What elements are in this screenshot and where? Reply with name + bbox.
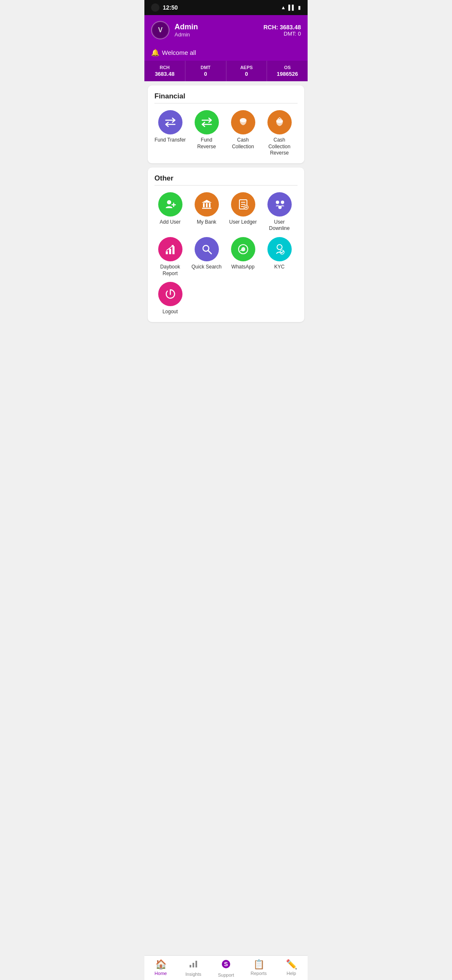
battery-icon: ▮: [298, 5, 301, 10]
my-bank-label: My Bank: [197, 219, 216, 226]
daybook-report-button[interactable]: Daybook Report: [154, 237, 186, 277]
svg-point-18: [281, 201, 284, 204]
status-time: 12:50: [163, 4, 178, 11]
daybook-report-label: Daybook Report: [154, 264, 186, 277]
svg-rect-6: [203, 203, 205, 207]
logout-icon: [158, 282, 182, 306]
financial-section: Financial Fund Transfer Fund Reverse: [148, 85, 304, 163]
user-ledger-button[interactable]: User Ledger: [227, 192, 259, 232]
quick-search-label: Quick Search: [191, 264, 221, 271]
cash-collection-button[interactable]: Cash Collection: [227, 110, 259, 157]
fund-transfer-button[interactable]: Fund Transfer: [154, 110, 186, 157]
signal-icon: ▌▌: [288, 5, 295, 10]
main-content: Financial Fund Transfer Fund Reverse: [144, 85, 308, 360]
other-title: Other: [154, 174, 298, 183]
header: V Admin Admin RCH: 3683.48 DMT: 0: [144, 15, 308, 45]
cash-collection-label: Cash Collection: [227, 137, 259, 150]
svg-rect-8: [209, 203, 211, 207]
whatsapp-button[interactable]: WhatsApp: [227, 237, 259, 277]
kyc-button[interactable]: KYC: [264, 237, 295, 277]
whatsapp-label: WhatsApp: [231, 264, 254, 271]
stats-bar: RCH 3683.48 DMT 0 AEPS 0 OS 1986526: [144, 61, 308, 81]
stat-os: OS 1986526: [267, 61, 308, 81]
daybook-report-icon: [158, 237, 182, 261]
whatsapp-icon: [231, 237, 255, 261]
kyc-label: KYC: [274, 264, 285, 271]
svg-point-2: [167, 200, 171, 204]
quick-search-icon: [195, 237, 219, 261]
header-balance: RCH: 3683.48 DMT: 0: [264, 24, 301, 37]
logout-button[interactable]: Logout: [154, 282, 186, 315]
user-ledger-label: User Ledger: [229, 219, 257, 226]
other-grid: Add User My Bank: [154, 192, 298, 315]
status-icons: ▲ ▌▌ ▮: [281, 5, 301, 10]
fund-transfer-label: Fund Transfer: [154, 137, 186, 144]
financial-title: Financial: [154, 92, 298, 101]
fund-transfer-icon: [158, 110, 182, 134]
add-user-icon: [158, 192, 182, 217]
fund-reverse-button[interactable]: Fund Reverse: [191, 110, 222, 157]
add-user-button[interactable]: Add User: [154, 192, 186, 232]
dmt-balance: DMT: 0: [264, 31, 301, 37]
financial-grid: Fund Transfer Fund Reverse: [154, 110, 298, 157]
kyc-icon: [267, 237, 292, 261]
stat-dmt: DMT 0: [185, 61, 226, 81]
bell-icon: 🔔: [151, 49, 159, 57]
rch-balance: RCH: 3683.48: [264, 24, 301, 31]
svg-marker-5: [202, 200, 212, 203]
user-downline-label: User Downline: [264, 219, 295, 232]
user-name: Admin: [175, 23, 198, 31]
cash-collection-icon: [231, 110, 255, 134]
fund-reverse-label: Fund Reverse: [191, 137, 222, 150]
logout-label: Logout: [162, 309, 178, 315]
user-downline-button[interactable]: User Downline: [264, 192, 295, 232]
svg-rect-21: [169, 249, 171, 254]
user-ledger-icon: [231, 192, 255, 217]
svg-rect-9: [202, 208, 211, 209]
stat-aeps: AEPS 0: [226, 61, 267, 81]
svg-rect-20: [166, 251, 168, 254]
quick-search-button[interactable]: Quick Search: [191, 237, 222, 277]
stat-rch: RCH 3683.48: [144, 61, 185, 81]
my-bank-button[interactable]: My Bank: [191, 192, 222, 232]
other-section: Other Add User: [148, 168, 304, 322]
welcome-text: Welcome all: [162, 49, 196, 56]
avatar: V: [151, 21, 170, 39]
cash-collection-reverse-icon: [267, 110, 292, 134]
add-user-label: Add User: [159, 219, 180, 226]
my-bank-icon: [195, 192, 219, 217]
welcome-banner: 🔔 Welcome all: [144, 45, 308, 61]
cash-collection-reverse-label: Cash Collection Reverse: [264, 137, 295, 157]
user-role: Admin: [175, 31, 198, 38]
svg-point-26: [277, 245, 282, 250]
wifi-icon: ▲: [281, 5, 286, 10]
camera-indicator: [151, 3, 159, 12]
svg-line-24: [208, 250, 211, 254]
status-bar: 12:50 ▲ ▌▌ ▮: [144, 0, 308, 15]
user-downline-icon: [267, 192, 292, 217]
svg-point-17: [276, 201, 279, 204]
svg-rect-22: [172, 246, 175, 254]
fund-reverse-icon: [195, 110, 219, 134]
cash-collection-reverse-button[interactable]: Cash Collection Reverse: [264, 110, 295, 157]
svg-rect-7: [206, 203, 208, 207]
